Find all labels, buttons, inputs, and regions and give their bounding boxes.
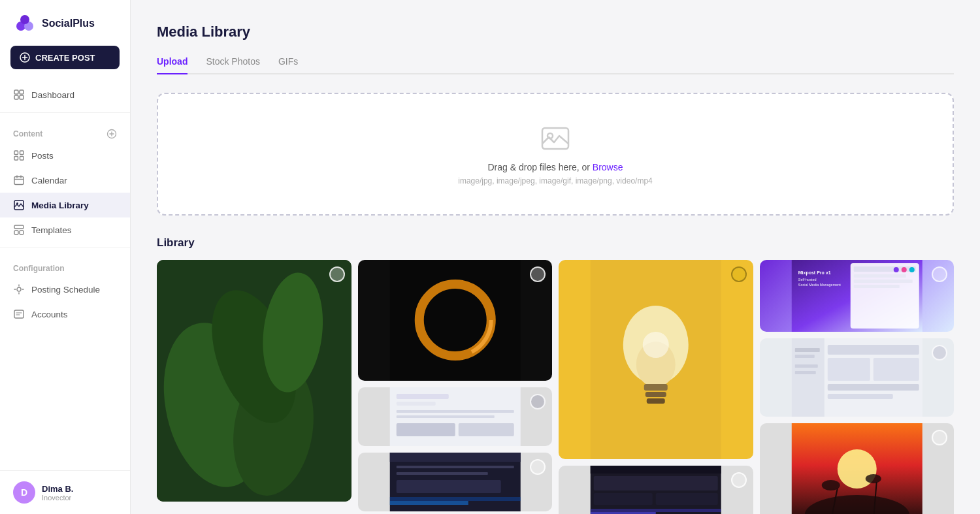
svg-rect-50 (458, 423, 514, 436)
svg-text:Self-hosted: Self-hosted (798, 278, 816, 281)
media-item[interactable]: Mixpost Pro v1 Self-hosted Social Media … (760, 260, 955, 332)
dashboard-icon (13, 89, 25, 101)
posts-icon (13, 150, 25, 161)
media-item[interactable] (157, 260, 351, 502)
sidebar-item-media-library[interactable]: Media Library (0, 193, 130, 217)
svg-rect-92 (794, 355, 814, 358)
svg-rect-48 (396, 415, 494, 418)
svg-rect-67 (594, 476, 718, 490)
svg-rect-24 (14, 231, 18, 234)
svg-rect-93 (794, 364, 817, 368)
svg-rect-31 (14, 310, 24, 318)
sidebar-item-posts[interactable]: Posts (0, 143, 130, 168)
dropzone-text: Drag & drop files here, or Browse (488, 162, 623, 172)
user-org: Inovector (42, 494, 73, 502)
library-title: Library (157, 236, 954, 249)
select-circle[interactable] (329, 266, 345, 282)
svg-rect-55 (396, 480, 500, 493)
main-content: Media Library Upload Stock Photos GIFs D… (131, 0, 980, 514)
select-circle[interactable] (530, 394, 546, 410)
media-column-4: Mixpost Pro v1 Self-hosted Social Media … (760, 260, 955, 514)
svg-rect-86 (827, 345, 919, 355)
media-column-2 (358, 260, 553, 514)
svg-text:Mixpost Pro v1: Mixpost Pro v1 (798, 270, 830, 276)
sunset-thumbnail (760, 423, 955, 514)
select-circle[interactable] (932, 430, 947, 445)
select-circle[interactable] (530, 266, 546, 282)
svg-rect-90 (827, 394, 892, 399)
media-item[interactable] (760, 423, 955, 514)
sidebar-item-label: Templates (31, 225, 72, 235)
select-circle[interactable] (932, 266, 947, 282)
posting-schedule-icon (13, 283, 25, 295)
svg-rect-77 (853, 285, 899, 288)
media-item[interactable] (358, 260, 553, 381)
svg-point-80 (909, 267, 914, 272)
svg-rect-57 (389, 501, 468, 505)
sidebar-item-calendar[interactable]: Calendar (0, 168, 130, 193)
bulb-thumbnail (559, 260, 753, 459)
media-item[interactable] (358, 387, 553, 446)
sidebar-item-label: Posting Schedule (31, 285, 100, 295)
svg-point-2 (20, 15, 29, 24)
svg-rect-68 (594, 493, 653, 505)
sidebar-item-templates[interactable]: Templates (0, 217, 130, 242)
media-item[interactable] (559, 466, 753, 514)
select-circle[interactable] (932, 345, 947, 361)
dashboard-thumbnail (760, 338, 955, 417)
svg-rect-61 (644, 384, 668, 391)
sidebar-item-label: Calendar (31, 176, 67, 185)
svg-rect-73 (850, 263, 919, 329)
tab-upload[interactable]: Upload (157, 56, 188, 74)
select-circle[interactable] (530, 459, 546, 475)
add-content-icon[interactable] (106, 129, 117, 139)
svg-rect-70 (591, 509, 721, 512)
svg-point-64 (643, 332, 669, 358)
svg-rect-46 (396, 402, 435, 406)
svg-rect-62 (645, 392, 666, 397)
sidebar-item-dashboard[interactable]: Dashboard (0, 82, 130, 107)
media-item[interactable] (760, 338, 955, 417)
media-item[interactable] (559, 260, 753, 459)
create-post-button[interactable]: CREATE POST (10, 46, 120, 69)
svg-rect-63 (647, 398, 665, 404)
browse-link[interactable]: Browse (593, 162, 623, 172)
svg-point-78 (893, 267, 898, 272)
accounts-icon (13, 308, 25, 320)
content-section-label: Content (0, 118, 130, 143)
svg-rect-75 (853, 274, 906, 278)
svg-rect-25 (20, 231, 24, 234)
svg-point-101 (865, 474, 881, 483)
media-item[interactable] (358, 453, 553, 511)
tab-stock-photos[interactable]: Stock Photos (206, 56, 260, 74)
svg-rect-15 (14, 157, 18, 161)
select-circle[interactable] (731, 472, 747, 488)
svg-rect-47 (396, 410, 514, 413)
screenshot-thumbnail-1 (358, 387, 553, 446)
tab-gifs[interactable]: GIFs (278, 56, 298, 74)
svg-rect-88 (873, 358, 919, 381)
sidebar-item-accounts[interactable]: Accounts (0, 302, 130, 327)
svg-point-99 (821, 480, 840, 490)
svg-rect-76 (853, 280, 912, 283)
user-profile[interactable]: D Dima B. Inovector (0, 470, 130, 514)
svg-rect-14 (20, 151, 24, 155)
svg-rect-69 (656, 493, 718, 505)
svg-point-26 (17, 287, 21, 291)
media-library-icon (13, 199, 25, 211)
leaf-thumbnail (157, 260, 351, 502)
software-thumbnail: Mixpost Pro v1 Self-hosted Social Media … (760, 260, 955, 332)
plus-circle-icon (20, 52, 30, 63)
page-title: Media Library (157, 24, 954, 40)
svg-rect-94 (794, 371, 815, 374)
file-dropzone[interactable]: Drag & drop files here, or Browse image/… (157, 93, 954, 216)
ring-thumbnail (358, 260, 553, 381)
select-circle[interactable] (731, 266, 747, 282)
sidebar-item-label: Dashboard (31, 90, 74, 100)
svg-rect-91 (794, 348, 819, 352)
svg-rect-66 (591, 466, 721, 474)
sidebar-item-posting-schedule[interactable]: Posting Schedule (0, 277, 130, 302)
svg-rect-17 (14, 177, 24, 185)
image-placeholder-icon (540, 123, 571, 154)
user-name: Dima B. (42, 484, 73, 494)
